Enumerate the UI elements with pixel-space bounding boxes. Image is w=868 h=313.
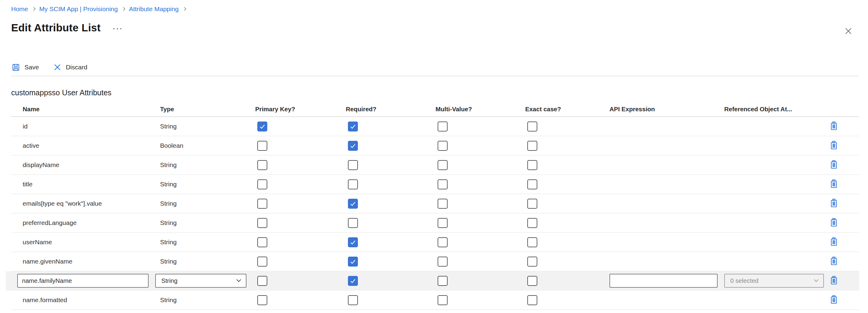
required-checkbox[interactable] (348, 237, 358, 247)
column-header-exact-case: Exact case? (525, 106, 610, 113)
delete-attribute-button[interactable] (829, 217, 839, 228)
exact-case-checkbox[interactable] (527, 160, 537, 170)
trash-icon (830, 199, 838, 208)
api-expression-input[interactable] (610, 274, 718, 288)
primary-key-checkbox[interactable] (257, 256, 267, 267)
required-checkbox[interactable] (348, 199, 358, 209)
multi-value-checkbox[interactable] (438, 199, 447, 209)
save-label: Save (25, 64, 39, 71)
checkmark-icon (349, 123, 356, 130)
referenced-object-select[interactable]: 0 selected (724, 274, 824, 288)
multi-value-checkbox[interactable] (438, 256, 447, 267)
trash-icon (830, 141, 838, 150)
attributes-table: Name Type Primary Key? Required? Multi-V… (11, 102, 859, 310)
section-title: customappsso User Attributes (11, 88, 868, 97)
checkmark-icon (349, 239, 356, 246)
required-checkbox[interactable] (348, 276, 358, 286)
referenced-select-value: 0 selected (730, 277, 758, 284)
exact-case-checkbox[interactable] (527, 256, 537, 267)
required-checkbox[interactable] (348, 141, 358, 151)
primary-key-checkbox[interactable] (257, 141, 267, 151)
page-title: Edit Attribute List (11, 22, 100, 34)
discard-x-icon (54, 63, 61, 71)
multi-value-checkbox[interactable] (438, 121, 447, 132)
multi-value-checkbox[interactable] (438, 141, 447, 151)
multi-value-checkbox[interactable] (438, 276, 447, 286)
exact-case-checkbox[interactable] (527, 199, 537, 209)
attribute-type-select[interactable]: String (155, 274, 246, 288)
primary-key-checkbox[interactable] (257, 237, 267, 247)
exact-case-checkbox[interactable] (527, 121, 537, 132)
checkmark-icon (349, 200, 356, 207)
attribute-name: emails[type eq "work"].value (11, 200, 160, 207)
primary-key-checkbox[interactable] (257, 295, 267, 305)
primary-key-checkbox[interactable] (257, 179, 267, 189)
table-row: title String (11, 175, 859, 194)
attribute-name: displayName (11, 161, 160, 169)
close-button[interactable] (843, 26, 854, 36)
attribute-type: String (160, 200, 255, 207)
delete-attribute-button[interactable] (829, 140, 839, 150)
column-header-name: Name (11, 106, 160, 113)
multi-value-checkbox[interactable] (438, 237, 447, 247)
exact-case-checkbox[interactable] (527, 141, 537, 151)
chevron-right-icon (32, 7, 36, 11)
primary-key-checkbox[interactable] (257, 218, 267, 228)
table-row: displayName String (11, 155, 859, 175)
exact-case-checkbox[interactable] (527, 295, 537, 305)
table-row: emails[type eq "work"].value String (11, 194, 859, 213)
chevron-down-icon (814, 277, 819, 282)
column-header-primary-key: Primary Key? (255, 106, 346, 113)
trash-icon (830, 218, 838, 227)
table-row: preferredLanguage String (11, 213, 859, 233)
multi-value-checkbox[interactable] (438, 179, 447, 189)
required-checkbox[interactable] (348, 179, 358, 189)
checkmark-icon (349, 142, 356, 149)
discard-button[interactable]: Discard (53, 62, 88, 72)
delete-attribute-button[interactable] (829, 236, 839, 247)
table-header-row: Name Type Primary Key? Required? Multi-V… (11, 102, 859, 117)
table-row-editing: String 0 selected (11, 271, 859, 291)
checkmark-icon (349, 277, 356, 284)
table-row: userName String (11, 233, 859, 252)
primary-key-checkbox[interactable] (257, 121, 267, 132)
required-checkbox[interactable] (348, 256, 358, 267)
chevron-down-icon (237, 277, 241, 282)
required-checkbox[interactable] (348, 218, 358, 228)
multi-value-checkbox[interactable] (438, 160, 447, 170)
more-actions-button[interactable]: ... (113, 21, 123, 31)
trash-icon (830, 276, 838, 285)
primary-key-checkbox[interactable] (257, 276, 267, 286)
attribute-name: name.formatted (11, 297, 160, 304)
delete-attribute-button[interactable] (829, 275, 839, 285)
exact-case-checkbox[interactable] (527, 179, 537, 189)
primary-key-checkbox[interactable] (257, 199, 267, 209)
column-header-type: Type (160, 106, 255, 113)
delete-attribute-button[interactable] (829, 159, 839, 170)
primary-key-checkbox[interactable] (257, 160, 267, 170)
delete-attribute-button[interactable] (829, 256, 839, 266)
multi-value-checkbox[interactable] (438, 295, 447, 305)
trash-icon (830, 237, 838, 246)
attribute-name-input[interactable] (17, 274, 149, 288)
attribute-type: String (160, 258, 255, 265)
delete-attribute-button[interactable] (829, 178, 839, 189)
save-button[interactable]: Save (11, 62, 39, 73)
attribute-type: Boolean (160, 142, 255, 149)
column-header-required: Required? (346, 106, 435, 113)
discard-label: Discard (66, 64, 87, 71)
breadcrumb-home-link[interactable]: Home (11, 5, 28, 13)
required-checkbox[interactable] (348, 160, 358, 170)
required-checkbox[interactable] (348, 121, 358, 132)
delete-attribute-button[interactable] (829, 294, 839, 305)
table-row: id String (11, 117, 859, 136)
exact-case-checkbox[interactable] (527, 218, 537, 228)
exact-case-checkbox[interactable] (527, 276, 537, 286)
exact-case-checkbox[interactable] (527, 237, 537, 247)
delete-attribute-button[interactable] (829, 198, 839, 208)
breadcrumb-app-provisioning-link[interactable]: My SCIM App | Provisioning (39, 5, 118, 13)
multi-value-checkbox[interactable] (438, 218, 447, 228)
delete-attribute-button[interactable] (829, 120, 839, 131)
breadcrumb-attribute-mapping-link[interactable]: Attribute Mapping (129, 5, 179, 13)
required-checkbox[interactable] (348, 295, 358, 305)
